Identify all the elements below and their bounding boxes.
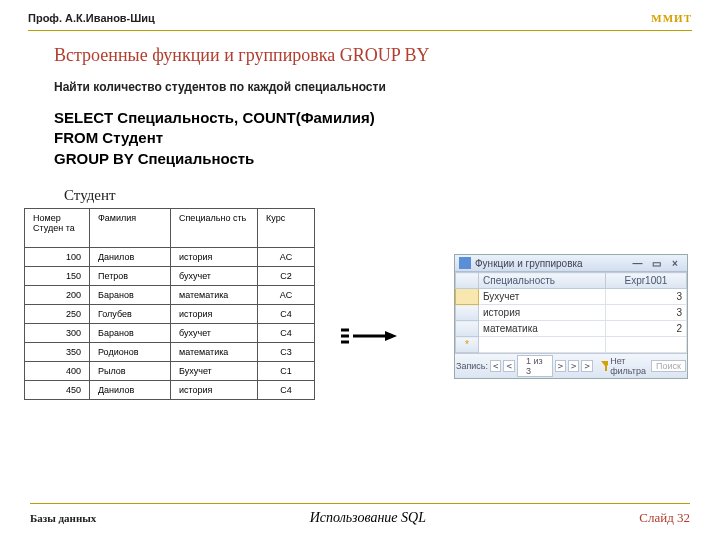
funnel-icon: [601, 361, 608, 371]
table-row: 250ГолубевисторияС4: [25, 304, 315, 323]
page-title: Встроенные функции и группировка GROUP B…: [54, 45, 720, 66]
svg-marker-4: [385, 331, 397, 341]
filter-indicator[interactable]: Нет фильтра: [601, 356, 649, 376]
header-divider: [28, 30, 692, 31]
close-button[interactable]: ×: [667, 258, 683, 269]
table-row: 400РыловБухучетС1: [25, 361, 315, 380]
access-result-window: Функции и группировка — ▭ × Специальност…: [454, 254, 688, 379]
new-record-row[interactable]: *: [456, 337, 687, 353]
nav-position: 1 из 3: [517, 355, 553, 377]
sql-line-2: FROM Студент: [54, 128, 720, 148]
nav-new-button[interactable]: >: [581, 360, 592, 372]
result-row[interactable]: история3: [456, 305, 687, 321]
nav-last-button[interactable]: >: [568, 360, 579, 372]
author-label: Проф. А.К.Иванов-Шиц: [28, 12, 155, 24]
aw-col-1[interactable]: Специальность: [479, 273, 606, 289]
student-table-caption: Студент: [64, 187, 720, 204]
page-subtitle: Найти количество студентов по каждой спе…: [54, 80, 720, 94]
footer-divider: [30, 503, 690, 504]
access-window-title: Функции и группировка: [475, 258, 629, 269]
sql-line-1: SELECT Специальность, COUNT(Фамилия): [54, 108, 720, 128]
table-row: 300БарановбухучетС4: [25, 323, 315, 342]
result-row[interactable]: математика2: [456, 321, 687, 337]
nav-prev-button[interactable]: <: [503, 360, 514, 372]
org-label: ММИТ: [651, 12, 692, 24]
svg-marker-5: [601, 361, 608, 371]
maximize-button[interactable]: ▭: [648, 258, 664, 269]
datasheet-icon: [459, 257, 471, 269]
st-hdr-0: Номер Студен та: [25, 208, 90, 247]
table-row: 350РодионовматематикаС3: [25, 342, 315, 361]
footer-left: Базы данных: [30, 512, 96, 524]
record-label: Запись:: [456, 361, 488, 371]
table-row: 100ДаниловисторияАС: [25, 247, 315, 266]
st-hdr-1: Фамилия: [90, 208, 171, 247]
footer-mid: Использование SQL: [96, 510, 639, 526]
footer-right: Слайд 32: [639, 510, 690, 526]
st-hdr-2: Специально сть: [171, 208, 258, 247]
access-result-grid[interactable]: Специальность Expr1001 Бухучет3история3м…: [455, 272, 687, 353]
arrow-icon: [341, 328, 399, 346]
result-row[interactable]: Бухучет3: [456, 289, 687, 305]
table-row: 150ПетровбухучетС2: [25, 266, 315, 285]
table-row: 200БарановматематикаАС: [25, 285, 315, 304]
st-hdr-3: Курс: [258, 208, 315, 247]
nav-first-button[interactable]: <: [490, 360, 501, 372]
sql-block: SELECT Специальность, COUNT(Фамилия) FRO…: [54, 108, 720, 169]
nav-next-button[interactable]: >: [555, 360, 566, 372]
search-box[interactable]: Поиск: [651, 360, 686, 372]
student-table: Номер Студен та Фамилия Специально сть К…: [24, 208, 315, 400]
table-row: 450ДаниловисторияС4: [25, 380, 315, 399]
minimize-button[interactable]: —: [629, 258, 645, 269]
aw-col-2[interactable]: Expr1001: [605, 273, 686, 289]
sql-line-3: GROUP BY Специальность: [54, 149, 720, 169]
